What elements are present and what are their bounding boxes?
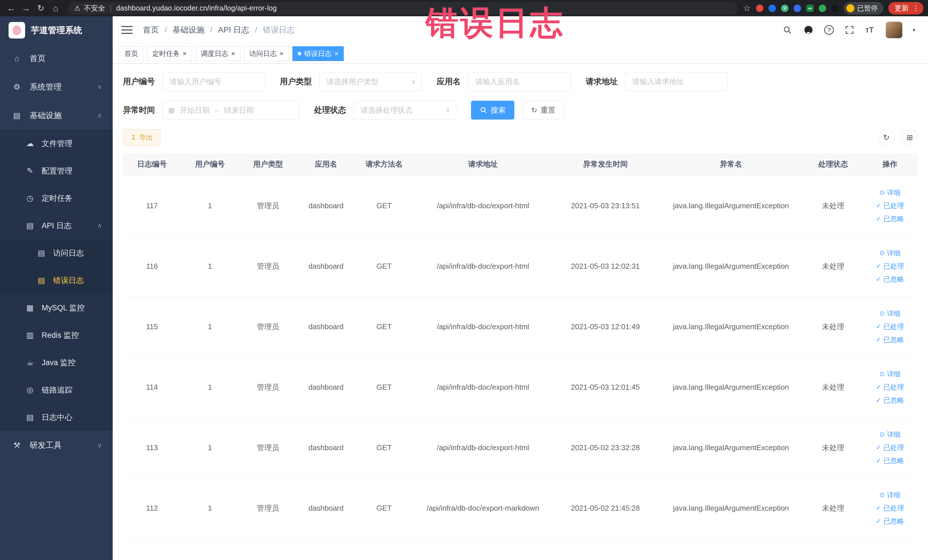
sidebar-item-error-log[interactable]: ▤ 错误日志 [0,267,113,294]
export-button[interactable]: ↧ 导出 [123,129,160,146]
table-row: 113 1 管理员 dashboard GET /api/infra/db-do… [123,417,918,478]
sidebar-toggle-icon[interactable] [121,26,133,34]
col-app-name: 应用名 [297,153,355,175]
user-id-input[interactable] [162,72,265,91]
mark-ignored-link[interactable]: ✓ 已忽略 [876,396,904,405]
filter-row-1: 用户编号 用户类型 请选择用户类型 ∨ 应用名 请求地址 [123,72,918,91]
sidebar-item-system-management[interactable]: ⚙ 系统管理 ∨ [0,73,113,101]
tab-schedule-log[interactable]: 调度日志 × [195,46,241,61]
refresh-table-button[interactable]: ↻ [878,130,894,145]
sidebar-item-home[interactable]: ⌂ 首页 [0,44,113,73]
paused-extension-chip[interactable]: 已暂停 [844,2,883,14]
detail-link[interactable]: ⊙ 详细 [879,249,901,258]
column-settings-button[interactable]: ⊞ [902,130,918,145]
mark-processed-link[interactable]: ✓ 已处理 [876,262,904,271]
cell-exception-name: java.lang.IllegalArgumentException [658,357,804,417]
close-icon[interactable]: × [334,50,338,57]
extensions-puzzle-icon[interactable] [831,5,839,12]
sidebar-item-infrastructure[interactable]: ▤ 基础设施 ∧ [0,101,113,130]
request-url-input[interactable] [625,72,728,91]
mark-ignored-link[interactable]: ✓ 已忽略 [876,214,904,223]
process-status-label: 处理状态 [314,105,346,116]
col-user-id: 用户编号 [181,153,239,175]
cell-log-id: 113 [123,417,181,478]
sidebar-logo[interactable]: 芋道管理系统 [0,16,113,44]
table-row: 114 1 管理员 dashboard GET /api/infra/db-do… [123,357,918,417]
vue-devtools-icon[interactable]: V [781,5,789,12]
process-status-select[interactable]: 请选择处理状态 ∨ [353,101,456,119]
sidebar-item-mysql-monitor[interactable]: ▦ MySQL 监控 [0,294,113,322]
github-icon[interactable] [803,24,814,35]
mark-ignored-link[interactable]: ✓ 已忽略 [876,456,904,465]
sidebar-item-access-log[interactable]: ▤ 访问日志 [0,240,113,267]
cell-process-status: 未处理 [804,357,862,417]
sidebar-item-file-management[interactable]: ☁ 文件管理 [0,130,113,157]
mark-ignored-link[interactable]: ✓ 已忽略 [876,335,904,344]
mark-processed-link[interactable]: ✓ 已处理 [876,504,904,513]
cell-user-id: 1 [181,478,239,538]
security-label[interactable]: 不安全 [84,3,105,13]
breadcrumb-home[interactable]: 首页 [143,24,159,35]
url-text[interactable]: dashboard.yudao.iocoder.cn/infra/log/api… [116,4,277,12]
search-icon[interactable] [782,24,793,35]
sidebar-item-api-log[interactable]: ▤ API 日志 ∧ [0,212,113,240]
sidebar-item-trace[interactable]: ◎ 链路追踪 [0,376,113,404]
help-icon[interactable]: ? [824,25,834,35]
tab-error-log[interactable]: 错误日志 × [292,46,344,61]
breadcrumb-infrastructure[interactable]: 基础设施 [172,24,205,35]
col-process-status: 处理状态 [804,153,862,175]
sidebar-item-java-monitor[interactable]: ☕ Java 监控 [0,349,113,376]
close-icon[interactable]: × [183,50,186,57]
extension-icon[interactable] [794,5,801,12]
mark-processed-link[interactable]: ✓ 已处理 [876,443,904,452]
cell-user-type: 管理员 [239,175,297,236]
browser-reload-button[interactable]: ↻ [34,2,47,15]
sidebar-item-dev-tools[interactable]: ⚒ 研发工具 ∨ [0,431,113,459]
browser-forward-button[interactable]: → [20,2,32,15]
detail-link[interactable]: ⊙ 详细 [879,369,901,378]
sidebar-item-log-center[interactable]: ▤ 日志中心 [0,404,113,431]
close-icon[interactable]: × [279,50,284,57]
avatar[interactable] [886,22,902,38]
mark-processed-link[interactable]: ✓ 已处理 [876,383,904,392]
exception-time-range-picker[interactable]: ▦ 开始日期 – 结束日期 [162,101,299,119]
detail-link[interactable]: ⊙ 详细 [879,430,901,439]
mark-processed-link[interactable]: ✓ 已处理 [876,201,904,210]
cell-user-id: 1 [181,236,239,296]
fullscreen-icon[interactable] [844,24,855,35]
mark-processed-link[interactable]: ✓ 已处理 [876,322,904,331]
browser-home-button[interactable]: ⌂ [49,2,62,15]
sidebar-item-config-management[interactable]: ✎ 配置管理 [0,157,113,185]
close-icon[interactable]: × [231,50,235,57]
mark-ignored-link[interactable]: ✓ 已忽略 [876,275,904,284]
extension-icon[interactable]: on [806,5,814,12]
search-button[interactable]: 搜索 [471,101,514,119]
font-size-icon[interactable]: тT [865,26,874,35]
browser-back-button[interactable]: ← [5,2,18,15]
detail-link[interactable]: ⊙ 详细 [879,490,901,499]
tab-scheduled-tasks[interactable]: 定时任务 × [147,46,192,61]
reset-button[interactable]: ↻ 重置 [522,101,564,119]
table-row: 116 1 管理员 dashboard GET /api/infra/db-do… [123,236,918,296]
sidebar-item-redis-monitor[interactable]: ▥ Redis 监控 [0,322,113,349]
tab-access-log[interactable]: 访问日志 × [244,46,289,61]
app-name-input[interactable] [468,72,571,91]
caret-down-icon[interactable]: ▾ [913,26,916,34]
breadcrumb-api-log[interactable]: API 日志 [218,24,249,35]
extension-icon[interactable] [819,5,826,12]
cell-request-method: GET [355,296,413,357]
check-icon: ✓ [876,336,881,343]
tab-home[interactable]: 首页 [119,46,143,61]
extension-icon[interactable] [769,5,776,12]
detail-link[interactable]: ⊙ 详细 [879,188,901,197]
extension-icon[interactable] [756,5,763,12]
browser-update-button[interactable]: 更新 ⋮ [888,2,923,15]
bookmark-star-icon[interactable]: ☆ [743,3,751,13]
mark-ignored-link[interactable]: ✓ 已忽略 [876,517,904,526]
address-bar[interactable]: ⚠ 不安全 | dashboard.yudao.iocoder.cn/infra… [68,2,737,15]
cell-user-id: 1 [181,296,239,357]
check-icon: ✓ [876,215,881,223]
sidebar-item-scheduled-tasks[interactable]: ◷ 定时任务 [0,185,113,212]
detail-link[interactable]: ⊙ 详细 [879,309,901,318]
user-type-select[interactable]: 请选择用户类型 ∨ [319,72,422,91]
